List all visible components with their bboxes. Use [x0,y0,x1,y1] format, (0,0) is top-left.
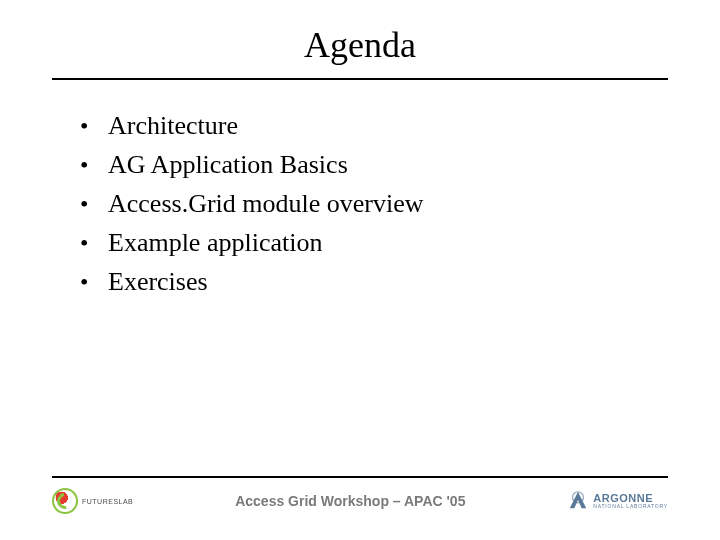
bullet-list: • Architecture • AG Application Basics •… [80,108,668,299]
footer-divider [52,476,668,478]
bullet-text: Access.Grid module overview [108,186,424,221]
argonne-sub: NATIONAL LABORATORY [593,504,668,509]
bullet-icon: • [80,191,108,218]
list-item: • Architecture [80,108,668,143]
slide-title: Agenda [0,24,720,66]
bullet-icon: • [80,230,108,257]
bullet-icon: • [80,152,108,179]
argonne-text: ARGONNE NATIONAL LABORATORY [593,493,668,509]
bullet-icon: • [80,269,108,296]
footer-caption: Access Grid Workshop – APAC '05 [133,493,567,509]
futureslab-logo: FUTURESLAB [52,488,133,514]
argonne-logo: ARGONNE NATIONAL LABORATORY [567,490,668,512]
argonne-icon [567,490,589,512]
footer-row: FUTURESLAB Access Grid Workshop – APAC '… [52,488,668,514]
footer: FUTURESLAB Access Grid Workshop – APAC '… [52,464,668,514]
list-item: • AG Application Basics [80,147,668,182]
futureslab-icon [52,488,78,514]
list-item: • Example application [80,225,668,260]
title-area: Agenda [0,0,720,78]
bullet-text: Exercises [108,264,208,299]
bullet-text: AG Application Basics [108,147,348,182]
futureslab-label: FUTURESLAB [82,498,133,505]
list-item: • Exercises [80,264,668,299]
slide: Agenda • Architecture • AG Application B… [0,0,720,540]
bullet-text: Architecture [108,108,238,143]
list-item: • Access.Grid module overview [80,186,668,221]
bullet-icon: • [80,113,108,140]
bullet-text: Example application [108,225,322,260]
